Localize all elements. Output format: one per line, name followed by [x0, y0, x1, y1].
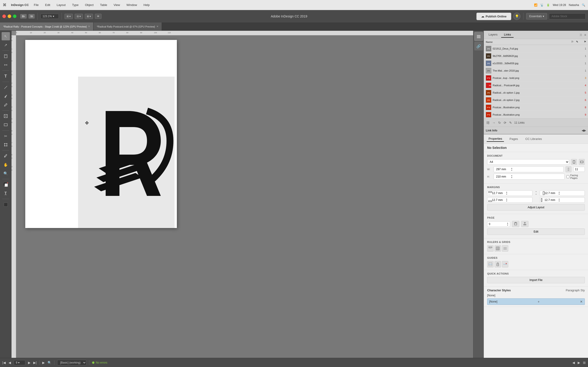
- link-row[interactable]: png Postcar...Illustration.png 9: [484, 111, 588, 118]
- show-guides-btn[interactable]: [487, 261, 493, 267]
- char-style-selected-item[interactable]: [None] + ✕: [487, 298, 585, 305]
- portrait-btn[interactable]: [571, 159, 577, 165]
- para-styles-title[interactable]: Paragraph Sty: [566, 289, 585, 292]
- move-pages-button[interactable]: [521, 221, 528, 227]
- link-row[interactable]: png Postcar...kup - bold.png 3: [484, 74, 588, 82]
- zoom-display[interactable]: 123.1% ▾: [40, 14, 59, 19]
- page-tool[interactable]: [2, 52, 10, 60]
- height-input[interactable]: [495, 174, 511, 179]
- align-button[interactable]: ⊟ ▾: [75, 14, 83, 19]
- constrain-proportions-btn[interactable]: [565, 166, 571, 172]
- stock-button[interactable]: St: [28, 14, 35, 19]
- text-fill-tool[interactable]: T: [2, 189, 10, 198]
- zoom-tool[interactable]: 🔍: [2, 169, 10, 177]
- link-row[interactable]: jpg Radical... Postcard4.jpg 4: [484, 82, 588, 89]
- width-up[interactable]: ▲: [511, 167, 513, 169]
- link-row[interactable]: jpg Radical...ck option 1.jpg 5: [484, 89, 588, 96]
- preview-mode-button[interactable]: [2, 200, 10, 209]
- link-row[interactable]: jpg Radical...ck option 2.jpg 6: [484, 96, 588, 104]
- landscape-btn[interactable]: [579, 159, 585, 165]
- link-row[interactable]: jpg 9b27f0f...8d95863f.jpg 1: [484, 52, 588, 60]
- menu-object[interactable]: Object: [84, 3, 95, 7]
- margin-top-input[interactable]: [492, 192, 506, 195]
- char-style-add-btn[interactable]: +: [538, 300, 540, 303]
- margin-bottom-down[interactable]: ▼: [506, 200, 508, 202]
- workspace-button[interactable]: Essentials ▾: [526, 13, 547, 19]
- help-hints-button[interactable]: 💡: [513, 13, 520, 20]
- delete-page-button[interactable]: [512, 221, 519, 227]
- maximize-window-button[interactable]: [13, 15, 17, 18]
- menu-layout[interactable]: Layout: [55, 3, 67, 7]
- menu-window[interactable]: Window: [125, 3, 138, 7]
- lock-guides-btn[interactable]: [494, 261, 501, 267]
- expand-panel-icon[interactable]: ⟩⟩: [580, 33, 582, 36]
- publish-online-button[interactable]: ☁ Publish Online: [476, 13, 511, 20]
- menu-edit[interactable]: Edit: [44, 3, 52, 7]
- margin-left-down[interactable]: ▼: [558, 200, 560, 202]
- minimize-window-button[interactable]: [8, 15, 11, 18]
- page-dropdown-arrow[interactable]: ▾: [18, 361, 19, 364]
- panel-menu-icon[interactable]: ≡: [584, 33, 586, 37]
- prev-page-button[interactable]: ◀: [9, 361, 11, 365]
- margin-right-down[interactable]: ▼: [558, 193, 560, 195]
- facing-pages-checkbox[interactable]: [566, 175, 569, 178]
- margin-left-up[interactable]: ▲: [558, 198, 560, 200]
- next-page-button[interactable]: ▶: [28, 361, 31, 365]
- free-transform-tool[interactable]: [2, 141, 10, 149]
- menu-table[interactable]: Table: [99, 3, 108, 7]
- link-info-next[interactable]: ▶: [584, 129, 586, 132]
- layers-icon-btn[interactable]: [474, 32, 483, 41]
- pencil-tool[interactable]: [2, 101, 10, 109]
- preflight-icon[interactable]: 🔍: [48, 361, 52, 365]
- gap-tool[interactable]: [2, 61, 10, 69]
- page-num-up[interactable]: ▲: [507, 222, 509, 224]
- show-rulers-btn[interactable]: [487, 245, 493, 252]
- tab-cc-libraries[interactable]: CC Libraries: [523, 136, 544, 142]
- height-down[interactable]: ▼: [511, 177, 513, 179]
- menu-help[interactable]: Help: [142, 3, 151, 7]
- close-window-button[interactable]: [2, 15, 6, 18]
- hand-tool[interactable]: ✋: [2, 161, 10, 169]
- update-link-button[interactable]: ↻: [498, 120, 502, 125]
- tab-properties[interactable]: Properties: [487, 136, 504, 142]
- eyedropper-tool[interactable]: [2, 152, 10, 160]
- menu-file[interactable]: File: [32, 3, 40, 7]
- first-page-button[interactable]: |◀: [2, 361, 6, 365]
- line-tool[interactable]: [2, 83, 10, 92]
- close-tab-2[interactable]: ✕: [156, 25, 158, 28]
- canvas-area[interactable]: 0 10 20 30 40 50 60 70 80 90 100 110 2 0…: [11, 31, 473, 358]
- document-canvas[interactable]: ✥: [16, 35, 473, 358]
- fill-stroke-display[interactable]: [2, 181, 10, 189]
- scroll-left-button[interactable]: ◀: [572, 361, 575, 365]
- fit-page-button[interactable]: ⊞: [583, 361, 586, 365]
- direct-selection-tool[interactable]: ↗: [2, 41, 10, 49]
- grid-button[interactable]: ⊞ ▾: [85, 14, 93, 19]
- link-row[interactable]: jpg 021912_Deus_Full.jpg 1: [484, 45, 588, 52]
- link-row[interactable]: png Postcar...Illustration.png 8: [484, 104, 588, 111]
- height-up[interactable]: ▲: [511, 175, 513, 177]
- width-input[interactable]: [495, 167, 511, 172]
- selection-tool[interactable]: ↖: [2, 32, 10, 40]
- menu-type[interactable]: Type: [71, 3, 80, 7]
- edit-page-button[interactable]: Edit: [487, 228, 585, 235]
- import-file-button[interactable]: Import File: [487, 277, 585, 283]
- scroll-right-button[interactable]: ▶: [578, 361, 580, 365]
- link-row[interactable]: jpg The-Mal...ster-2018.jpg 1: [484, 67, 588, 74]
- apple-menu[interactable]: ⌘: [3, 3, 6, 7]
- edit-original-button[interactable]: ✎: [509, 120, 512, 125]
- tab-layers[interactable]: Layers: [486, 32, 500, 38]
- view-mode-button[interactable]: 👁: [95, 14, 102, 19]
- page-size-select[interactable]: A4: [487, 159, 569, 165]
- margin-top-up[interactable]: ▲: [506, 191, 508, 193]
- margin-right-input[interactable]: [545, 192, 558, 195]
- view-preset-select[interactable]: [Basic] (working): [57, 360, 86, 365]
- preview-play-button[interactable]: ▶: [42, 361, 45, 365]
- search-menubar-icon[interactable]: 🔍: [582, 3, 585, 7]
- transform-button[interactable]: ⊞ ▾: [65, 14, 73, 19]
- link-row[interactable]: jpg e1c5550...3d9e659.jpg 1: [484, 60, 588, 67]
- adobe-stock-search[interactable]: [549, 13, 586, 19]
- pen-tool[interactable]: [2, 92, 10, 100]
- show-grid-btn[interactable]: [494, 245, 501, 252]
- delete-all-guides-btn[interactable]: [502, 261, 508, 267]
- margin-bottom-up[interactable]: ▲: [506, 198, 508, 200]
